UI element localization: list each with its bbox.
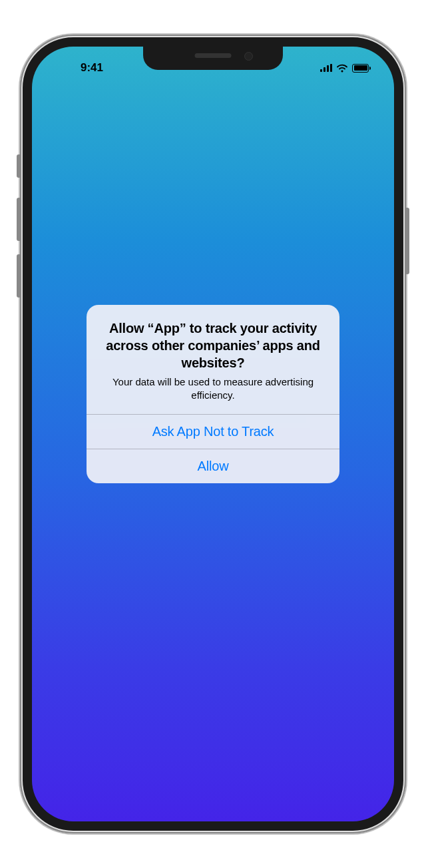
phone-device-frame: 9:41 bbox=[20, 35, 406, 833]
power-button bbox=[406, 208, 409, 274]
status-time: 9:41 bbox=[59, 61, 125, 75]
allow-button[interactable]: Allow bbox=[87, 449, 339, 483]
phone-screen: 9:41 bbox=[32, 47, 394, 821]
tracking-permission-alert: Allow “App” to track your activity acros… bbox=[87, 305, 339, 484]
volume-down-button bbox=[17, 254, 20, 298]
cellular-signal-icon bbox=[320, 64, 332, 72]
alert-message: Your data will be used to measure advert… bbox=[100, 375, 326, 403]
alert-overlay: Allow “App” to track your activity acros… bbox=[32, 47, 394, 821]
display-notch bbox=[143, 47, 283, 70]
mute-switch bbox=[17, 154, 20, 178]
wifi-icon bbox=[336, 63, 348, 73]
ask-not-to-track-button[interactable]: Ask App Not to Track bbox=[87, 414, 339, 449]
speaker-grille bbox=[195, 53, 232, 58]
front-camera bbox=[244, 52, 253, 61]
volume-up-button bbox=[17, 198, 20, 241]
alert-title: Allow “App” to track your activity acros… bbox=[100, 320, 326, 371]
alert-content: Allow “App” to track your activity acros… bbox=[87, 305, 339, 415]
status-indicators bbox=[320, 63, 371, 73]
battery-icon bbox=[352, 64, 371, 73]
